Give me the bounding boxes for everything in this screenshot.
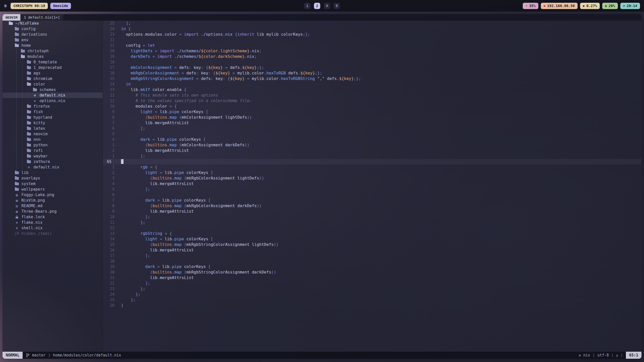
tree-item-0-template[interactable]: 0_template xyxy=(3,59,103,65)
editor-line[interactable]: 7 lib.mergeAttrsList xyxy=(103,120,641,126)
tree-item-foggy-lake-png[interactable]: ▨Foggy-Lake.png xyxy=(3,192,103,198)
editor-line[interactable]: 17 mkColorAssignment = defs: key: {${key… xyxy=(103,65,641,70)
workspace-button-9[interactable]: 9 xyxy=(334,3,340,9)
editor-line[interactable]: 7 dark = lib.pipe colorKeys [ xyxy=(103,198,641,203)
editor-line[interactable]: 8 (builtins.map (mkColorAssignment light… xyxy=(103,115,641,120)
tree-item-shell-nix[interactable]: ❄shell.nix xyxy=(3,225,103,231)
editor-line[interactable]: 15 mkRgbStringColorAssignment = defs: ke… xyxy=(103,76,641,81)
tree-item-latex[interactable]: latex xyxy=(3,126,103,131)
editor-line[interactable]: 18 xyxy=(103,258,641,264)
tree-item-neovim[interactable]: neovim xyxy=(3,131,103,137)
editor-line[interactable]: 24in { xyxy=(103,26,641,32)
tree-item-chromium[interactable]: chromium xyxy=(3,76,103,81)
tree-item-modules[interactable]: modules xyxy=(3,54,103,59)
tree-item-rofi[interactable]: rofi xyxy=(3,148,103,153)
editor-line[interactable]: 16 lib.mergeAttrsList xyxy=(103,247,641,253)
editor-line[interactable]: 15 (builtins.map (mkRgbStringColorAssign… xyxy=(103,242,641,247)
editor-line[interactable]: 17 ]; xyxy=(103,253,641,258)
editor-line[interactable]: 14 in xyxy=(103,81,641,87)
editor-line[interactable]: 6 xyxy=(103,192,641,198)
editor-line[interactable]: 19 dark = lib.pipe colorKeys [ xyxy=(103,264,641,269)
editor-line[interactable]: 25 }; xyxy=(103,297,641,303)
editor-line[interactable]: 13 lib.mkIf color.enable { xyxy=(103,87,641,93)
tab-default-nix[interactable]: 1 default.nix[1+] xyxy=(20,14,63,21)
tree-item-firefox[interactable]: firefox xyxy=(3,104,103,109)
editor-line[interactable]: 4 dark = lib.pipe colorKeys [ xyxy=(103,137,641,142)
workspace-button-2[interactable]: 2 xyxy=(314,3,320,9)
editor-line[interactable]: 20 lightDefs = import ./schemes/${color.… xyxy=(103,48,641,54)
editor-line[interactable]: 13 rgbString = { xyxy=(103,231,641,236)
editor-line[interactable]: 23 }; xyxy=(103,286,641,292)
tree-item-home[interactable]: home xyxy=(3,43,103,48)
tree-item-kitty[interactable]: kitty xyxy=(3,120,103,126)
tree-item-nnn[interactable]: nnn xyxy=(3,137,103,142)
tree-item-1-deprecated[interactable]: 1_deprecated xyxy=(3,65,103,70)
workspace-button-4[interactable]: 4 xyxy=(324,3,330,9)
editor-line[interactable]: 9 lib.mergeAttrsList xyxy=(103,209,641,214)
tree-item-9-hidden-items[interactable]: (9 hidden items) xyxy=(3,231,103,236)
tree-item-overlays[interactable]: overlays xyxy=(3,175,103,181)
editor-line[interactable]: 20 (builtins.map (mkRgbStringColorAssign… xyxy=(103,269,641,275)
editor-line[interactable]: 19 darkDefs = import ./schemes/${color.d… xyxy=(103,54,641,59)
editor-line[interactable]: 4 lib.mergeAttrsList xyxy=(103,181,641,187)
editor-line[interactable]: 1 ]; xyxy=(103,153,641,159)
editor-line[interactable]: 26} xyxy=(103,303,641,308)
code-text: (builtins.map (mkRgbStringColorAssignmen… xyxy=(121,242,278,247)
editor-line[interactable]: 14 light = lib.pipe colorKeys [ xyxy=(103,236,641,242)
editor-line[interactable]: 23 options.modules.color = import ./opti… xyxy=(103,32,641,37)
tree-item-fish[interactable]: fish xyxy=(3,109,103,115)
tree-item-derivations[interactable]: derivations xyxy=(3,32,103,37)
editor-line[interactable]: 18 xyxy=(103,59,641,65)
editor-line[interactable]: 10 modules.color = { xyxy=(103,104,641,109)
editor-line[interactable]: 6 ]; xyxy=(103,126,641,131)
tree-item-options-nix[interactable]: ❄options.nix xyxy=(3,98,103,104)
tree-item-christoph[interactable]: christoph xyxy=(3,48,103,54)
editor-line[interactable]: 3 (builtins.map (mkRgbColorAssignment li… xyxy=(103,175,641,181)
editor-line[interactable]: 21 lib.mergeAttrsList xyxy=(103,275,641,281)
tree-item-flake-nix[interactable]: ❄flake.nix xyxy=(3,220,103,225)
editor-line[interactable]: 25 ]; xyxy=(103,21,641,26)
editor-line[interactable]: 16 mkRgbColorAssignment = defs: key: {${… xyxy=(103,70,641,76)
tree-item-schemes[interactable]: schemes xyxy=(3,87,103,93)
tree-item-lib[interactable]: lib xyxy=(3,170,103,175)
tree-item-env[interactable]: env xyxy=(3,37,103,43)
editor-line[interactable]: 2 light = lib.pipe colorKeys [ xyxy=(103,170,641,175)
editor-line[interactable]: 1 rgb = { xyxy=(103,164,641,170)
editor-line[interactable]: 22 ]; xyxy=(103,281,641,286)
folder-icon xyxy=(26,61,31,64)
editor-line[interactable]: 10 ]; xyxy=(103,214,641,220)
editor-line[interactable]: 12 # This module sets its own options xyxy=(103,93,641,98)
tree-item-readme-md[interactable]: ▤README.md xyxy=(3,203,103,209)
editor-line[interactable]: 11 }; xyxy=(103,220,641,225)
editor-line[interactable]: 24 }; xyxy=(103,292,641,297)
editor-line[interactable]: 65 xyxy=(103,159,641,164)
editor-line[interactable]: 8 (builtins.map (mkRgbColorAssignment da… xyxy=(103,203,641,209)
tree-item-config[interactable]: config xyxy=(3,26,103,32)
tree-item-zathura[interactable]: zathura xyxy=(3,159,103,164)
workspace-button-1[interactable]: 1 xyxy=(304,3,310,9)
editor-line[interactable]: 12 xyxy=(103,225,641,231)
tree-item-system[interactable]: system xyxy=(3,181,103,187)
tree-item-flake-lock[interactable]: flake.lock xyxy=(3,214,103,220)
tree-item-default-nix[interactable]: ❄default.nix xyxy=(3,93,103,98)
editor-line[interactable]: 2 lib.mergeAttrsList xyxy=(103,148,641,153)
tree-item-color[interactable]: color xyxy=(3,81,103,87)
editor[interactable]: 25 ];24in {23 options.modules.color = im… xyxy=(103,21,641,352)
editor-line[interactable]: 11 # to the values specified in a colors… xyxy=(103,98,641,104)
editor-line[interactable]: 22 xyxy=(103,37,641,43)
tree-item-nixvim-png[interactable]: ▨NixVim.png xyxy=(3,198,103,203)
editor-line[interactable]: 3 (builtins.map (mkColorAssignment darkD… xyxy=(103,142,641,148)
tree-item-wallpapers[interactable]: wallpapers xyxy=(3,187,103,192)
tree-item-nixflake[interactable]: ~/NixFlake xyxy=(3,21,103,26)
line-number: 6 xyxy=(103,126,121,131)
tree-item-three-bears-png[interactable]: ▨Three-Bears.png xyxy=(3,209,103,214)
tree-item-waybar[interactable]: waybar xyxy=(3,153,103,159)
tree-item-ags[interactable]: ags xyxy=(3,70,103,76)
tree-item-hyprland[interactable]: hyprland xyxy=(3,115,103,120)
editor-line[interactable]: 9 light = lib.pipe colorKeys [ xyxy=(103,109,641,115)
tree-item-default-nix[interactable]: ❄default.nix xyxy=(3,164,103,170)
editor-line[interactable]: 21 config = let xyxy=(103,43,641,48)
editor-line[interactable]: 5 xyxy=(103,131,641,137)
editor-line[interactable]: 5 ]; xyxy=(103,187,641,192)
tree-item-python[interactable]: python xyxy=(3,142,103,148)
